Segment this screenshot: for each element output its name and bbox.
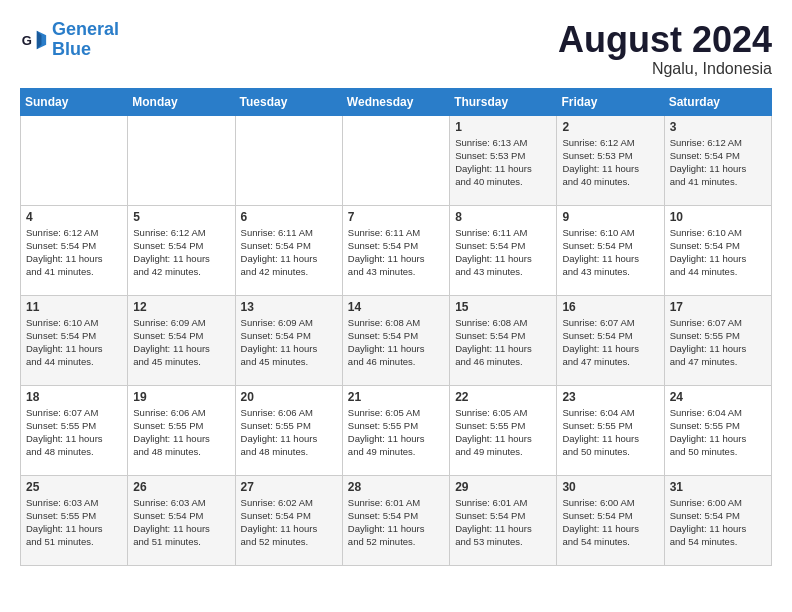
day-number: 21 — [348, 390, 444, 404]
calendar-cell: 9Sunrise: 6:10 AMSunset: 5:54 PMDaylight… — [557, 205, 664, 295]
calendar-cell: 2Sunrise: 6:12 AMSunset: 5:53 PMDaylight… — [557, 115, 664, 205]
day-number: 20 — [241, 390, 337, 404]
calendar-week-row: 4Sunrise: 6:12 AMSunset: 5:54 PMDaylight… — [21, 205, 772, 295]
day-number: 24 — [670, 390, 766, 404]
calendar-cell: 6Sunrise: 6:11 AMSunset: 5:54 PMDaylight… — [235, 205, 342, 295]
calendar-cell: 28Sunrise: 6:01 AMSunset: 5:54 PMDayligh… — [342, 475, 449, 565]
calendar-cell: 23Sunrise: 6:04 AMSunset: 5:55 PMDayligh… — [557, 385, 664, 475]
header-monday: Monday — [128, 88, 235, 115]
day-number: 5 — [133, 210, 229, 224]
cell-info: Sunrise: 6:11 AMSunset: 5:54 PMDaylight:… — [348, 226, 444, 279]
calendar-cell: 17Sunrise: 6:07 AMSunset: 5:55 PMDayligh… — [664, 295, 771, 385]
cell-info: Sunrise: 6:11 AMSunset: 5:54 PMDaylight:… — [455, 226, 551, 279]
cell-info: Sunrise: 6:08 AMSunset: 5:54 PMDaylight:… — [455, 316, 551, 369]
cell-info: Sunrise: 6:02 AMSunset: 5:54 PMDaylight:… — [241, 496, 337, 549]
day-number: 15 — [455, 300, 551, 314]
header-wednesday: Wednesday — [342, 88, 449, 115]
cell-info: Sunrise: 6:07 AMSunset: 5:54 PMDaylight:… — [562, 316, 658, 369]
day-number: 26 — [133, 480, 229, 494]
day-number: 16 — [562, 300, 658, 314]
cell-info: Sunrise: 6:04 AMSunset: 5:55 PMDaylight:… — [670, 406, 766, 459]
header-saturday: Saturday — [664, 88, 771, 115]
day-number: 27 — [241, 480, 337, 494]
calendar-cell: 16Sunrise: 6:07 AMSunset: 5:54 PMDayligh… — [557, 295, 664, 385]
calendar-header-row: SundayMondayTuesdayWednesdayThursdayFrid… — [21, 88, 772, 115]
calendar-cell: 12Sunrise: 6:09 AMSunset: 5:54 PMDayligh… — [128, 295, 235, 385]
cell-info: Sunrise: 6:00 AMSunset: 5:54 PMDaylight:… — [562, 496, 658, 549]
calendar-cell — [235, 115, 342, 205]
day-number: 29 — [455, 480, 551, 494]
cell-info: Sunrise: 6:13 AMSunset: 5:53 PMDaylight:… — [455, 136, 551, 189]
calendar-cell: 19Sunrise: 6:06 AMSunset: 5:55 PMDayligh… — [128, 385, 235, 475]
day-number: 8 — [455, 210, 551, 224]
cell-info: Sunrise: 6:03 AMSunset: 5:54 PMDaylight:… — [133, 496, 229, 549]
cell-info: Sunrise: 6:10 AMSunset: 5:54 PMDaylight:… — [670, 226, 766, 279]
cell-info: Sunrise: 6:09 AMSunset: 5:54 PMDaylight:… — [133, 316, 229, 369]
cell-info: Sunrise: 6:06 AMSunset: 5:55 PMDaylight:… — [241, 406, 337, 459]
day-number: 11 — [26, 300, 122, 314]
calendar-cell: 29Sunrise: 6:01 AMSunset: 5:54 PMDayligh… — [450, 475, 557, 565]
cell-info: Sunrise: 6:07 AMSunset: 5:55 PMDaylight:… — [26, 406, 122, 459]
cell-info: Sunrise: 6:05 AMSunset: 5:55 PMDaylight:… — [348, 406, 444, 459]
day-number: 18 — [26, 390, 122, 404]
day-number: 7 — [348, 210, 444, 224]
logo: G General Blue — [20, 20, 119, 60]
cell-info: Sunrise: 6:12 AMSunset: 5:53 PMDaylight:… — [562, 136, 658, 189]
day-number: 6 — [241, 210, 337, 224]
cell-info: Sunrise: 6:11 AMSunset: 5:54 PMDaylight:… — [241, 226, 337, 279]
logo-line2: Blue — [52, 39, 91, 59]
day-number: 30 — [562, 480, 658, 494]
cell-info: Sunrise: 6:12 AMSunset: 5:54 PMDaylight:… — [26, 226, 122, 279]
day-number: 10 — [670, 210, 766, 224]
day-number: 2 — [562, 120, 658, 134]
calendar-cell — [21, 115, 128, 205]
month-title: August 2024 — [558, 20, 772, 60]
calendar-cell: 22Sunrise: 6:05 AMSunset: 5:55 PMDayligh… — [450, 385, 557, 475]
cell-info: Sunrise: 6:10 AMSunset: 5:54 PMDaylight:… — [26, 316, 122, 369]
cell-info: Sunrise: 6:07 AMSunset: 5:55 PMDaylight:… — [670, 316, 766, 369]
calendar-table: SundayMondayTuesdayWednesdayThursdayFrid… — [20, 88, 772, 566]
calendar-week-row: 18Sunrise: 6:07 AMSunset: 5:55 PMDayligh… — [21, 385, 772, 475]
day-number: 9 — [562, 210, 658, 224]
logo-text: General Blue — [52, 20, 119, 60]
calendar-cell: 15Sunrise: 6:08 AMSunset: 5:54 PMDayligh… — [450, 295, 557, 385]
calendar-cell: 13Sunrise: 6:09 AMSunset: 5:54 PMDayligh… — [235, 295, 342, 385]
day-number: 13 — [241, 300, 337, 314]
cell-info: Sunrise: 6:10 AMSunset: 5:54 PMDaylight:… — [562, 226, 658, 279]
cell-info: Sunrise: 6:01 AMSunset: 5:54 PMDaylight:… — [455, 496, 551, 549]
logo-icon: G — [20, 26, 48, 54]
header-friday: Friday — [557, 88, 664, 115]
svg-text:G: G — [22, 32, 32, 47]
day-number: 14 — [348, 300, 444, 314]
cell-info: Sunrise: 6:04 AMSunset: 5:55 PMDaylight:… — [562, 406, 658, 459]
calendar-cell: 7Sunrise: 6:11 AMSunset: 5:54 PMDaylight… — [342, 205, 449, 295]
calendar-week-row: 1Sunrise: 6:13 AMSunset: 5:53 PMDaylight… — [21, 115, 772, 205]
calendar-cell: 30Sunrise: 6:00 AMSunset: 5:54 PMDayligh… — [557, 475, 664, 565]
calendar-cell: 3Sunrise: 6:12 AMSunset: 5:54 PMDaylight… — [664, 115, 771, 205]
calendar-cell: 8Sunrise: 6:11 AMSunset: 5:54 PMDaylight… — [450, 205, 557, 295]
calendar-week-row: 25Sunrise: 6:03 AMSunset: 5:55 PMDayligh… — [21, 475, 772, 565]
cell-info: Sunrise: 6:00 AMSunset: 5:54 PMDaylight:… — [670, 496, 766, 549]
calendar-cell: 27Sunrise: 6:02 AMSunset: 5:54 PMDayligh… — [235, 475, 342, 565]
day-number: 31 — [670, 480, 766, 494]
calendar-cell: 5Sunrise: 6:12 AMSunset: 5:54 PMDaylight… — [128, 205, 235, 295]
header-tuesday: Tuesday — [235, 88, 342, 115]
day-number: 28 — [348, 480, 444, 494]
calendar-cell: 4Sunrise: 6:12 AMSunset: 5:54 PMDaylight… — [21, 205, 128, 295]
day-number: 23 — [562, 390, 658, 404]
cell-info: Sunrise: 6:09 AMSunset: 5:54 PMDaylight:… — [241, 316, 337, 369]
cell-info: Sunrise: 6:06 AMSunset: 5:55 PMDaylight:… — [133, 406, 229, 459]
calendar-cell: 24Sunrise: 6:04 AMSunset: 5:55 PMDayligh… — [664, 385, 771, 475]
day-number: 3 — [670, 120, 766, 134]
day-number: 22 — [455, 390, 551, 404]
calendar-cell — [128, 115, 235, 205]
day-number: 25 — [26, 480, 122, 494]
page-header: G General Blue August 2024 Ngalu, Indone… — [20, 20, 772, 78]
calendar-cell: 25Sunrise: 6:03 AMSunset: 5:55 PMDayligh… — [21, 475, 128, 565]
calendar-week-row: 11Sunrise: 6:10 AMSunset: 5:54 PMDayligh… — [21, 295, 772, 385]
cell-info: Sunrise: 6:12 AMSunset: 5:54 PMDaylight:… — [670, 136, 766, 189]
logo-line1: General — [52, 19, 119, 39]
day-number: 1 — [455, 120, 551, 134]
calendar-cell: 18Sunrise: 6:07 AMSunset: 5:55 PMDayligh… — [21, 385, 128, 475]
cell-info: Sunrise: 6:12 AMSunset: 5:54 PMDaylight:… — [133, 226, 229, 279]
